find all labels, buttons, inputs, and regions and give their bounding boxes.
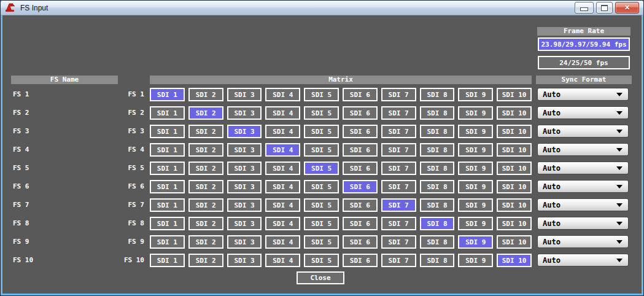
sdi-button[interactable]: SDI 2 — [188, 254, 223, 267]
sync-format-select[interactable]: Auto — [537, 125, 629, 138]
sdi-button[interactable]: SDI 6 — [343, 106, 378, 120]
sdi-button[interactable]: SDI 8 — [420, 88, 455, 101]
sdi-button[interactable]: SDI 10 — [497, 162, 532, 175]
sdi-button[interactable]: SDI 2 — [188, 162, 223, 175]
sdi-button[interactable]: SDI 5 — [304, 88, 339, 101]
sdi-button[interactable]: SDI 3 — [227, 217, 262, 230]
sdi-button[interactable]: SDI 4 — [265, 143, 300, 157]
sdi-button[interactable]: SDI 7 — [381, 88, 416, 101]
sdi-button[interactable]: SDI 2 — [188, 106, 223, 120]
sdi-button[interactable]: SDI 6 — [343, 235, 378, 249]
sdi-button[interactable]: SDI 9 — [458, 88, 493, 101]
sdi-button[interactable]: SDI 7 — [381, 180, 416, 193]
sdi-button[interactable]: SDI 6 — [343, 254, 378, 267]
sdi-button[interactable]: SDI 10 — [497, 235, 532, 249]
minimize-button[interactable] — [575, 2, 594, 14]
sdi-button[interactable]: SDI 1 — [150, 235, 185, 249]
sdi-button[interactable]: SDI 9 — [458, 198, 493, 212]
frame-rate-option-low[interactable]: 24/25/50 fps — [538, 56, 630, 69]
sdi-button[interactable]: SDI 4 — [265, 254, 300, 267]
sdi-button[interactable]: SDI 3 — [227, 106, 262, 120]
sdi-button[interactable]: SDI 2 — [188, 143, 223, 157]
sdi-button[interactable]: SDI 5 — [304, 235, 339, 249]
sdi-button[interactable]: SDI 1 — [150, 198, 185, 212]
sdi-button[interactable]: SDI 3 — [227, 162, 262, 175]
sdi-button[interactable]: SDI 4 — [265, 125, 300, 138]
sdi-button[interactable]: SDI 3 — [227, 125, 262, 138]
sdi-button[interactable]: SDI 1 — [150, 254, 185, 267]
sdi-button[interactable]: SDI 1 — [150, 125, 185, 138]
sdi-button[interactable]: SDI 1 — [150, 180, 185, 193]
sdi-button[interactable]: SDI 8 — [420, 180, 455, 193]
sdi-button[interactable]: SDI 2 — [188, 198, 223, 212]
sdi-button[interactable]: SDI 9 — [458, 106, 493, 120]
sdi-button[interactable]: SDI 1 — [150, 88, 185, 101]
sdi-button[interactable]: SDI 9 — [458, 125, 493, 138]
sdi-button[interactable]: SDI 7 — [381, 254, 416, 267]
sdi-button[interactable]: SDI 4 — [265, 217, 300, 230]
sdi-button[interactable]: SDI 6 — [343, 198, 378, 212]
sdi-button[interactable]: SDI 6 — [343, 88, 378, 101]
sdi-button[interactable]: SDI 6 — [343, 217, 378, 230]
sdi-button[interactable]: SDI 6 — [343, 180, 378, 193]
sdi-button[interactable]: SDI 5 — [304, 106, 339, 120]
sdi-button[interactable]: SDI 2 — [188, 88, 223, 101]
sdi-button[interactable]: SDI 7 — [381, 217, 416, 230]
sdi-button[interactable]: SDI 3 — [227, 180, 262, 193]
sdi-button[interactable]: SDI 8 — [420, 162, 455, 175]
sdi-button[interactable]: SDI 10 — [497, 143, 532, 157]
close-window-button[interactable]: ✕ — [615, 2, 639, 14]
sdi-button[interactable]: SDI 1 — [150, 143, 185, 157]
sync-format-select[interactable]: Auto — [537, 88, 629, 101]
sdi-button[interactable]: SDI 4 — [265, 162, 300, 175]
sdi-button[interactable]: SDI 6 — [343, 143, 378, 157]
sdi-button[interactable]: SDI 10 — [497, 198, 532, 212]
sdi-button[interactable]: SDI 3 — [227, 88, 262, 101]
sdi-button[interactable]: SDI 8 — [420, 235, 455, 249]
sdi-button[interactable]: SDI 4 — [265, 198, 300, 212]
sdi-button[interactable]: SDI 5 — [304, 143, 339, 157]
sdi-button[interactable]: SDI 4 — [265, 88, 300, 101]
sdi-button[interactable]: SDI 9 — [458, 180, 493, 193]
sdi-button[interactable]: SDI 3 — [227, 198, 262, 212]
sdi-button[interactable]: SDI 8 — [420, 254, 455, 267]
sdi-button[interactable]: SDI 5 — [304, 198, 339, 212]
sdi-button[interactable]: SDI 8 — [420, 143, 455, 157]
sync-format-select[interactable]: Auto — [537, 143, 629, 156]
sdi-button[interactable]: SDI 8 — [420, 125, 455, 138]
sdi-button[interactable]: SDI 8 — [420, 106, 455, 120]
sdi-button[interactable]: SDI 10 — [497, 217, 532, 230]
sdi-button[interactable]: SDI 2 — [188, 180, 223, 193]
sdi-button[interactable]: SDI 4 — [265, 106, 300, 120]
sdi-button[interactable]: SDI 10 — [497, 106, 532, 120]
sdi-button[interactable]: SDI 7 — [381, 143, 416, 157]
sdi-button[interactable]: SDI 3 — [227, 254, 262, 267]
sdi-button[interactable]: SDI 1 — [150, 217, 185, 230]
titlebar[interactable]: FS Input ✕ — [1, 1, 643, 15]
sync-format-select[interactable]: Auto — [537, 198, 629, 211]
sdi-button[interactable]: SDI 1 — [150, 106, 185, 120]
sdi-button[interactable]: SDI 1 — [150, 162, 185, 175]
sync-format-select[interactable]: Auto — [537, 235, 629, 248]
sdi-button[interactable]: SDI 2 — [188, 125, 223, 138]
sdi-button[interactable]: SDI 4 — [265, 235, 300, 249]
close-button[interactable]: Close — [297, 271, 344, 284]
sdi-button[interactable]: SDI 6 — [343, 125, 378, 138]
sdi-button[interactable]: SDI 3 — [227, 235, 262, 249]
sdi-button[interactable]: SDI 7 — [381, 198, 416, 212]
sync-format-select[interactable]: Auto — [537, 106, 629, 119]
sdi-button[interactable]: SDI 10 — [497, 125, 532, 138]
sync-format-select[interactable]: Auto — [537, 180, 629, 193]
sdi-button[interactable]: SDI 5 — [304, 180, 339, 193]
sdi-button[interactable]: SDI 5 — [304, 162, 339, 175]
sync-format-select[interactable]: Auto — [537, 217, 629, 230]
sdi-button[interactable]: SDI 7 — [381, 106, 416, 120]
maximize-button[interactable] — [596, 2, 613, 14]
sdi-button[interactable]: SDI 7 — [381, 162, 416, 175]
sdi-button[interactable]: SDI 9 — [458, 254, 493, 267]
sdi-button[interactable]: SDI 10 — [497, 88, 532, 101]
sdi-button[interactable]: SDI 9 — [458, 162, 493, 175]
sdi-button[interactable]: SDI 5 — [304, 217, 339, 230]
sync-format-select[interactable]: Auto — [537, 254, 629, 267]
sdi-button[interactable]: SDI 4 — [265, 180, 300, 193]
